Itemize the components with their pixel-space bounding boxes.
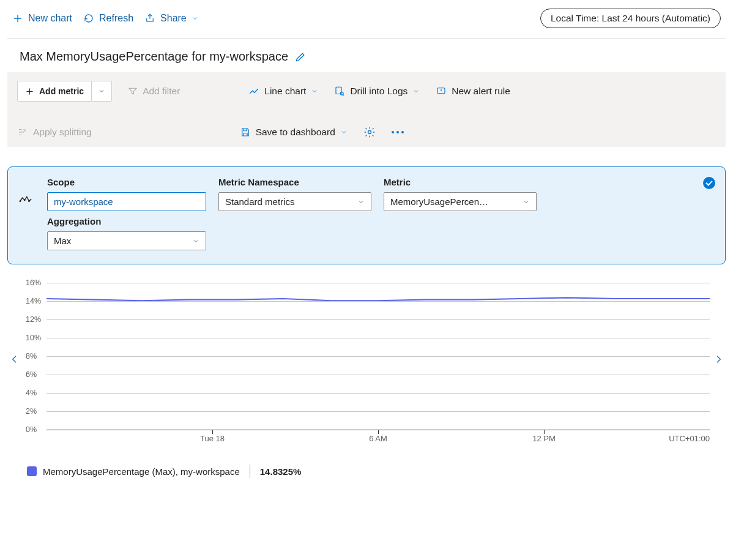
- chart-x-tick-label: 6 AM: [369, 434, 387, 443]
- split-icon: [17, 127, 28, 138]
- legend-label: MemoryUsagePercentage (Max), my-workspac…: [43, 466, 240, 477]
- chart-gridline: [47, 283, 710, 283]
- chart-gridline: [47, 411, 710, 412]
- chart-type-label: Line chart: [264, 86, 306, 97]
- chart-series: [47, 283, 710, 442]
- svg-point-6: [28, 200, 30, 202]
- top-toolbar: New chart Refresh Share Local Time: Last…: [7, 0, 726, 39]
- metric-toolbar: Add metric Add filter Line chart Drill i…: [7, 72, 726, 147]
- share-icon: [144, 13, 155, 24]
- alert-label: New alert rule: [452, 86, 510, 97]
- aggregation-label: Aggregation: [47, 216, 206, 226]
- chevron-down-icon: [192, 237, 199, 245]
- scope-value: my-workspace: [54, 196, 113, 207]
- chart-gridline: [47, 375, 710, 375]
- chevron-down-icon: [523, 198, 530, 206]
- chevron-down-icon: [192, 15, 199, 22]
- namespace-value: Standard metrics: [225, 196, 294, 207]
- config-valid-icon: [703, 177, 715, 189]
- legend-swatch: [27, 466, 37, 476]
- chart-y-tick: 6%: [26, 370, 37, 379]
- chart-gridline: [47, 319, 710, 320]
- svg-point-5: [24, 200, 26, 201]
- chevron-down-icon: [311, 88, 318, 95]
- alert-icon: [436, 86, 447, 97]
- time-range-button[interactable]: Local Time: Last 24 hours (Automatic): [540, 9, 721, 28]
- apply-splitting-label: Apply splitting: [33, 127, 92, 138]
- chevron-down-icon: [340, 129, 348, 136]
- plus-icon: [12, 13, 23, 24]
- gear-icon[interactable]: [363, 126, 376, 138]
- namespace-label: Metric Namespace: [218, 177, 371, 187]
- chart-gridline: [47, 393, 710, 394]
- metric-spark-icon: [19, 195, 32, 204]
- aggregation-value: Max: [54, 236, 71, 246]
- filter-icon: [128, 86, 138, 96]
- chart-title: Max MemoryUsagePercentage for my-workspa…: [20, 50, 288, 64]
- scope-select[interactable]: my-workspace: [47, 192, 206, 211]
- save-icon: [240, 127, 251, 138]
- drill-logs-label: Drill into Logs: [350, 86, 407, 97]
- metric-value: MemoryUsagePercen…: [390, 196, 488, 207]
- edit-icon[interactable]: [294, 51, 307, 63]
- drill-into-logs-button[interactable]: Drill into Logs: [334, 86, 420, 97]
- add-filter-button: Add filter: [128, 86, 180, 97]
- share-button[interactable]: Share: [144, 13, 199, 24]
- chart-y-tick: 16%: [26, 278, 41, 287]
- chart-y-tick: 4%: [26, 389, 37, 397]
- new-chart-label: New chart: [28, 13, 72, 24]
- chart-legend: MemoryUsagePercentage (Max), my-workspac…: [27, 465, 720, 478]
- more-button[interactable]: [392, 131, 404, 133]
- timezone-label: UTC+01:00: [669, 434, 710, 443]
- chevron-right-icon: [713, 351, 723, 368]
- chart-title-row: Max MemoryUsagePercentage for my-workspa…: [7, 39, 726, 67]
- metric-label: Metric: [384, 177, 537, 187]
- chart-area: 0%2%4%6%8%10%12%14%16% UTC+01:00 Tue 186…: [7, 277, 726, 478]
- chart-y-tick: 12%: [26, 315, 41, 324]
- metric-config-panel: Scope Metric Namespace Metric my-workspa…: [7, 166, 726, 264]
- svg-point-3: [368, 131, 371, 134]
- chevron-left-icon: [10, 351, 20, 368]
- chart-y-tick: 14%: [26, 297, 41, 305]
- chart-x-tick-label: Tue 18: [200, 434, 225, 443]
- add-filter-label: Add filter: [143, 86, 180, 97]
- logs-icon: [334, 86, 345, 97]
- refresh-icon: [83, 13, 94, 24]
- chart-y-tick: 8%: [26, 352, 37, 360]
- line-chart-icon: [248, 86, 259, 97]
- top-actions: New chart Refresh Share: [12, 13, 199, 24]
- chart-x-axis: UTC+01:00 Tue 186 AM12 PM: [47, 430, 710, 445]
- namespace-select[interactable]: Standard metrics: [218, 192, 371, 211]
- chart-x-tick-label: 12 PM: [532, 434, 556, 443]
- chart-gridline: [47, 356, 710, 357]
- metric-select[interactable]: MemoryUsagePercen…: [384, 192, 537, 211]
- svg-point-1: [341, 92, 344, 95]
- next-time-button[interactable]: [710, 347, 727, 375]
- chart-y-tick: 0%: [26, 425, 37, 434]
- chart-y-tick: 2%: [26, 407, 37, 416]
- save-to-dashboard-button[interactable]: Save to dashboard: [240, 127, 348, 138]
- chart-y-tick: 10%: [26, 334, 41, 342]
- chart-gridline: [47, 301, 710, 302]
- legend-value: 14.8325%: [260, 466, 302, 477]
- new-chart-button[interactable]: New chart: [12, 13, 72, 24]
- chart-plot[interactable]: 0%2%4%6%8%10%12%14%16%: [47, 283, 710, 430]
- share-label: Share: [160, 13, 187, 24]
- chart-gridline: [47, 338, 710, 338]
- add-metric-caret[interactable]: [91, 81, 112, 102]
- chevron-down-icon: [357, 198, 365, 206]
- chart-type-dropdown[interactable]: Line chart: [248, 86, 318, 97]
- previous-time-button[interactable]: [6, 347, 23, 375]
- time-range-label: Local Time: Last 24 hours (Automatic): [551, 13, 710, 23]
- apply-splitting-button: Apply splitting: [17, 127, 92, 138]
- add-metric-button[interactable]: Add metric: [17, 81, 112, 102]
- plus-icon: [25, 87, 34, 96]
- new-alert-rule-button[interactable]: New alert rule: [436, 86, 510, 97]
- aggregation-select[interactable]: Max: [47, 231, 206, 250]
- add-metric-label: Add metric: [39, 86, 84, 96]
- scope-label: Scope: [47, 177, 206, 187]
- save-dash-label: Save to dashboard: [256, 127, 335, 138]
- refresh-label: Refresh: [99, 13, 133, 24]
- svg-point-4: [19, 200, 21, 202]
- refresh-button[interactable]: Refresh: [83, 13, 133, 24]
